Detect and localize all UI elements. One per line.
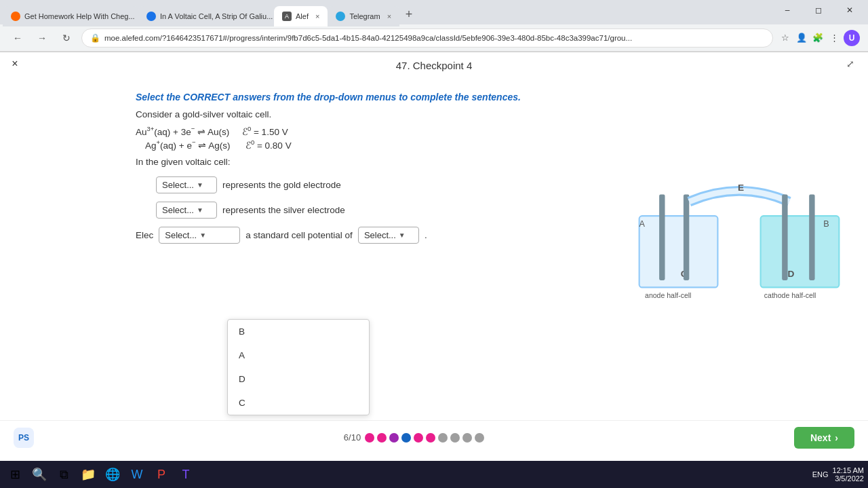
dot-5 — [414, 433, 423, 443]
tab-close-telegram[interactable]: × — [387, 12, 391, 20]
url-bar[interactable]: 🔒 moe.alefed.com/?1646423517671#/progres… — [81, 29, 773, 48]
url-text: moe.alefed.com/?1646423517671#/progress/… — [104, 34, 764, 42]
equation-2: Ag+(aq) + e− ⇌ Ag(s) ℰ0 = 0.80 V — [136, 138, 848, 151]
powerpoint-taskbar-icon[interactable]: P — [151, 464, 172, 485]
svg-rect-4 — [684, 195, 689, 280]
sentence-text-2: represents the silver electrode — [222, 205, 345, 215]
dot-2 — [377, 433, 387, 443]
date-display: 3/5/2022 — [833, 474, 864, 483]
sentence-prefix-3: Elec — [136, 230, 153, 240]
progress-dots — [365, 433, 484, 443]
word-taskbar-icon[interactable]: W — [126, 464, 148, 485]
svg-text:A: A — [639, 219, 646, 229]
tab-label-telegram: Telegram — [349, 12, 380, 20]
dot-4 — [401, 433, 411, 443]
dropdown-option-A[interactable]: A — [228, 343, 369, 367]
tab-voltaic[interactable]: In A Voltaic Cell, A Strip Of Galiu... × — [138, 6, 274, 26]
dropdown-cell-potential[interactable]: Select... ▼ — [358, 227, 419, 244]
time-display: 12:15 AM — [833, 466, 864, 474]
address-bar: ← → ↻ 🔒 moe.alefed.com/?1646423517671#/p… — [0, 24, 868, 52]
dropdown-electrode-type[interactable]: Select... ▼ — [159, 227, 240, 244]
more-menu-icon[interactable]: ⋮ — [827, 31, 841, 45]
dot-10 — [475, 433, 484, 443]
dropdown-electrode-type-arrow-icon: ▼ — [199, 231, 206, 239]
tab-label-chegg: Get Homework Help With Cheg... — [24, 12, 135, 20]
tab-chegg[interactable]: Get Homework Help With Cheg... × — [3, 6, 138, 26]
browser-actions: ☆ 👤 🧩 ⋮ U — [778, 30, 860, 46]
dropdown-option-B[interactable]: B — [228, 320, 369, 343]
given-text: In the given voltaic cell: — [136, 157, 848, 167]
tab-icon-voltaic — [146, 12, 156, 21]
dropdown-option-D[interactable]: D — [228, 367, 369, 391]
tab-telegram[interactable]: Telegram × — [328, 6, 399, 26]
tab-label-alef: Alef — [296, 12, 309, 20]
dot-1 — [365, 433, 374, 443]
teams-taskbar-icon[interactable]: T — [175, 464, 197, 485]
new-tab-button[interactable]: + — [399, 5, 418, 24]
dropdown-cell-potential-label: Select... — [364, 230, 396, 240]
dropdown-silver-label: Select... — [162, 205, 194, 215]
tab-icon-chegg — [11, 12, 20, 21]
next-label: Next — [810, 432, 831, 443]
diagram-svg: A C E D B anode half-cell cathode half-c… — [631, 173, 848, 309]
restore-button[interactable]: ◻ — [803, 0, 834, 20]
equation-1: Au3+(aq) + 3e− ⇌ Au(s) ℰ0 = 1.50 V — [136, 125, 848, 137]
equation-block: Au3+(aq) + 3e− ⇌ Au(s) ℰ0 = 1.50 V Ag+(a… — [136, 125, 848, 150]
dropdown-electrode-type-label: Select... — [165, 230, 197, 240]
dot-6 — [426, 433, 435, 443]
svg-rect-9 — [809, 195, 814, 280]
bottom-bar: PS 6/10 Next › — [0, 420, 868, 454]
tab-icon-alef: A — [282, 12, 292, 21]
dropdown-silver-electrode[interactable]: Select... ▼ — [156, 202, 217, 219]
dropdown-gold-arrow-icon: ▼ — [197, 181, 203, 189]
extensions-icon[interactable]: 🧩 — [811, 31, 825, 45]
minimize-button[interactable]: – — [772, 0, 803, 20]
dropdown-open-menu: B A D C — [227, 319, 370, 415]
next-arrow-icon: › — [835, 432, 838, 443]
file-explorer-icon[interactable]: 📁 — [77, 464, 99, 485]
window-controls: – ◻ ✕ — [772, 0, 865, 20]
taskview-icon[interactable]: ⧉ — [53, 464, 75, 485]
forward-button[interactable]: → — [33, 29, 52, 48]
svg-text:cathode half-cell: cathode half-cell — [764, 291, 816, 299]
taskbar: ⊞ 🔍 ⧉ 📁 🌐 W P T ENG 12:15 AM 3/5/2022 — [0, 461, 868, 488]
back-button[interactable]: ← — [8, 29, 27, 48]
tab-icon-telegram — [336, 12, 345, 21]
sentence-text-3: a standard cell potential of — [245, 230, 353, 240]
svg-rect-7 — [782, 195, 787, 280]
tab-alef[interactable]: A Alef × — [274, 6, 328, 26]
browser-taskbar-icon[interactable]: 🌐 — [102, 464, 123, 485]
dropdown-silver-arrow-icon: ▼ — [197, 206, 203, 214]
svg-rect-1 — [659, 195, 665, 280]
clock: 12:15 AM 3/5/2022 — [833, 466, 864, 483]
svg-text:B: B — [823, 219, 829, 229]
dot-3 — [389, 433, 399, 443]
start-button[interactable]: ⊞ — [4, 464, 26, 485]
dropdown-gold-electrode[interactable]: Select... ▼ — [156, 176, 217, 193]
lang-indicator: ENG — [812, 470, 829, 478]
tab-label-voltaic: In A Voltaic Cell, A Strip Of Galiu... — [160, 12, 273, 20]
refresh-button[interactable]: ↻ — [57, 29, 76, 48]
system-tray: ENG — [812, 470, 829, 478]
bookmark-star-icon[interactable]: ☆ — [778, 31, 792, 45]
tab-close-alef[interactable]: × — [315, 12, 319, 20]
sentence-text-3b: . — [425, 230, 427, 240]
search-taskbar-icon[interactable]: 🔍 — [28, 464, 50, 485]
dropdown-gold-label: Select... — [162, 180, 194, 190]
page-close-button[interactable]: × — [7, 56, 23, 72]
taskbar-right: ENG 12:15 AM 3/5/2022 — [812, 466, 864, 483]
dropdown-cell-potential-arrow-icon: ▼ — [399, 231, 406, 239]
instruction-text: Select the CORRECT answers from the drop… — [136, 92, 848, 102]
profile-menu-icon[interactable]: 👤 — [795, 31, 808, 45]
dot-7 — [438, 433, 448, 443]
close-button[interactable]: ✕ — [834, 0, 865, 20]
profile-avatar[interactable]: U — [844, 30, 860, 46]
svg-text:D: D — [788, 269, 795, 279]
expand-button[interactable]: ⤢ — [842, 56, 859, 72]
progress-section: 6/10 — [344, 432, 484, 443]
next-button[interactable]: Next › — [794, 427, 854, 449]
svg-text:anode half-cell: anode half-cell — [645, 291, 691, 299]
tab-bar: Get Homework Help With Cheg... × In A Vo… — [0, 0, 868, 24]
intro-text: Consider a gold-silver voltaic cell. — [136, 109, 848, 119]
dropdown-option-C[interactable]: C — [228, 391, 369, 415]
